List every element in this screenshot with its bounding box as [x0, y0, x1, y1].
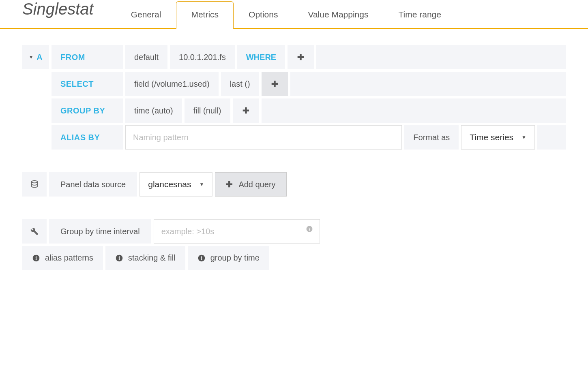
tab-value-mappings[interactable]: Value Mappings [293, 1, 383, 28]
help-groupby-label: group by time [210, 253, 260, 263]
datasource-icon-box [22, 172, 47, 197]
interval-input[interactable] [161, 227, 312, 236]
groupby-label: GROUP BY [52, 98, 123, 123]
alias-row-filler [537, 125, 566, 150]
metrics-editor: ▼ A FROM default 10.0.1.201.fs WHERE ✚ S… [0, 29, 588, 289]
row-indent [22, 125, 49, 150]
select-add-button[interactable]: ✚ [262, 72, 288, 96]
plus-icon: ✚ [271, 79, 278, 89]
datasource-row: Panel data source glancesnas ▼ ✚ Add que… [22, 172, 566, 197]
groupby-fill[interactable]: fill (null) [185, 98, 230, 123]
tab-general[interactable]: General [116, 1, 176, 28]
info-icon: i [197, 254, 206, 262]
help-alias-patterns[interactable]: i alias patterns [22, 246, 103, 270]
select-aggregation[interactable]: last () [221, 72, 259, 96]
svg-point-0 [32, 181, 38, 183]
alias-label: ALIAS BY [52, 125, 123, 150]
help-alias-label: alias patterns [45, 253, 93, 263]
info-icon: i [32, 254, 40, 262]
caret-down-icon: ▼ [199, 182, 204, 187]
plus-icon: ✚ [242, 106, 249, 115]
select-row-filler [290, 72, 566, 96]
editor-header: Singlestat General Metrics Options Value… [0, 0, 588, 29]
info-icon: i [115, 254, 123, 262]
from-policy[interactable]: default [125, 45, 167, 69]
tab-metrics[interactable]: Metrics [176, 1, 234, 29]
groupby-time[interactable]: time (auto) [125, 98, 182, 123]
where-label: WHERE [237, 45, 285, 69]
select-field[interactable]: field (/volume1.used) [125, 72, 219, 96]
alias-input[interactable] [133, 133, 394, 142]
query-toggle-a[interactable]: ▼ A [22, 45, 49, 69]
format-as-label: Format as [404, 125, 459, 150]
groupby-row-filler [262, 98, 566, 123]
where-add-button[interactable]: ✚ [288, 45, 314, 69]
format-as-value: Time series [470, 133, 513, 142]
help-row: i alias patterns i stacking & fill i gro… [22, 246, 566, 270]
caret-down-icon: ▼ [29, 55, 33, 60]
select-label: SELECT [52, 72, 123, 96]
query-row-from: ▼ A FROM default 10.0.1.201.fs WHERE ✚ [22, 45, 566, 69]
from-label: FROM [52, 45, 123, 69]
interval-label: Group by time interval [49, 219, 151, 244]
query-letter-label: A [36, 53, 42, 62]
help-group-by-time[interactable]: i group by time [188, 246, 269, 270]
datasource-select[interactable]: glancesnas ▼ [139, 172, 212, 197]
from-row-filler [316, 45, 566, 69]
database-icon [30, 180, 39, 189]
caret-down-icon: ▼ [521, 135, 526, 140]
wrench-icon [30, 227, 39, 235]
query-row-select: SELECT field (/volume1.used) last () ✚ [22, 72, 566, 96]
datasource-label: Panel data source [49, 172, 137, 197]
tab-options[interactable]: Options [234, 1, 293, 28]
groupby-add-button[interactable]: ✚ [233, 98, 259, 123]
interval-input-wrapper: i [154, 219, 320, 244]
settings-icon-box [22, 219, 47, 244]
query-row-groupby: GROUP BY time (auto) fill (null) ✚ [22, 98, 566, 123]
help-stacking-fill[interactable]: i stacking & fill [105, 246, 185, 270]
datasource-value: glancesnas [148, 180, 191, 189]
add-query-button[interactable]: ✚ Add query [215, 172, 286, 197]
from-measurement[interactable]: 10.0.1.201.fs [170, 45, 235, 69]
panel-type-title: Singlestat [22, 0, 116, 28]
tab-bar: General Metrics Options Value Mappings T… [116, 1, 456, 28]
svg-text:i: i [309, 227, 310, 231]
format-as-select[interactable]: Time series ▼ [461, 125, 535, 150]
help-stacking-label: stacking & fill [128, 253, 176, 263]
alias-input-wrapper [125, 125, 402, 150]
plus-icon: ✚ [226, 180, 233, 189]
row-indent [22, 72, 49, 96]
query-row-alias: ALIAS BY Format as Time series ▼ [22, 125, 566, 150]
interval-row: Group by time interval i [22, 219, 566, 244]
info-icon[interactable]: i [306, 225, 313, 233]
plus-icon: ✚ [297, 52, 304, 62]
tab-time-range[interactable]: Time range [383, 1, 456, 28]
row-indent [22, 98, 49, 123]
add-query-label: Add query [238, 180, 275, 189]
